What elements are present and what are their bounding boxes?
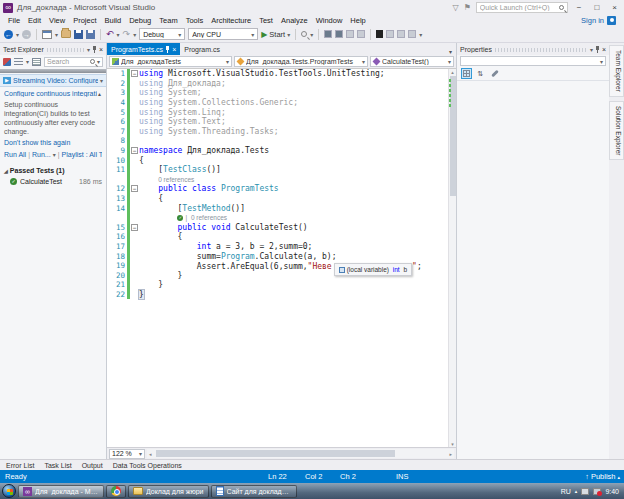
playlist-icon[interactable] [32, 58, 41, 66]
menu-tools[interactable]: Tools [182, 16, 208, 25]
show-hidden-icons-chevron[interactable]: ▴ [575, 488, 578, 494]
menu-window[interactable]: Window [312, 16, 347, 25]
test-explorer-close-icon[interactable]: × [99, 46, 103, 53]
feedback-flag-icon[interactable]: ⚑ [464, 3, 471, 13]
collapse-icon[interactable]: ▲ [97, 91, 102, 97]
code-editor[interactable]: 1−using Microsoft.VisualStudio.TestTools… [107, 69, 448, 447]
navigate-back-dropdown[interactable]: ▾ [16, 31, 19, 38]
next-bookmark-icon[interactable] [397, 30, 405, 38]
tab-programtests-cs[interactable]: ProgramTests.cs× [107, 43, 180, 55]
bottom-tab-output[interactable]: Output [82, 462, 103, 469]
object-selector-dropdown[interactable]: ▾ [460, 56, 606, 66]
run-link-2[interactable]: Playlist : All Te [62, 151, 102, 158]
bottom-tab-error-list[interactable]: Error List [6, 462, 34, 469]
minimize-button[interactable]: − [573, 3, 586, 12]
bottom-tab-task-list[interactable]: Task List [44, 462, 71, 469]
navigate-forward-button[interactable]: → [22, 30, 31, 39]
run-tests-icon[interactable] [324, 30, 332, 38]
open-file-icon[interactable] [61, 30, 71, 38]
type-dropdown[interactable]: Для_доклада.Tests.ProgramTests ▾ [234, 56, 368, 67]
menu-architecture[interactable]: Architecture [207, 16, 255, 25]
taskbar-button-2[interactable]: Доклад для жюри [128, 485, 209, 498]
menu-debug[interactable]: Debug [125, 16, 155, 25]
navigate-back-button[interactable]: ← [4, 30, 13, 39]
publish-button[interactable]: ↑ Publish ▴ [585, 472, 620, 481]
redo-icon[interactable]: ↷ [123, 29, 131, 39]
codelens-references[interactable]: 0 references [139, 176, 448, 183]
menu-view[interactable]: View [45, 16, 69, 25]
run-dropdown[interactable]: ▾ [53, 151, 56, 158]
menu-help[interactable]: Help [346, 16, 369, 25]
menu-file[interactable]: File [4, 16, 24, 25]
toolbar-overflow-dropdown[interactable]: ▾ [419, 31, 422, 38]
streaming-video-banner[interactable]: ▶ Streaming Video: Configure co ▾ [0, 74, 106, 87]
test-row[interactable]: ✓CalculateTest186 ms [4, 178, 102, 185]
tablist-dropdown[interactable]: ▾ [445, 48, 456, 55]
test-search-input[interactable]: Search ▾ [44, 57, 103, 67]
action-center-icon[interactable] [593, 488, 601, 495]
menu-edit[interactable]: Edit [24, 16, 45, 25]
undo-icon[interactable]: ↶ [106, 29, 114, 39]
horizontal-scrollbar[interactable]: ◂ ▸ [147, 449, 454, 458]
project-dropdown[interactable]: Для_докладаTests ▾ [109, 56, 232, 67]
tab-program-cs[interactable]: Program.cs [180, 43, 224, 55]
redo-dropdown[interactable]: ▾ [133, 31, 136, 38]
menu-team[interactable]: Team [155, 16, 181, 25]
find-dropdown[interactable]: ▾ [310, 31, 313, 38]
menu-project[interactable]: Project [69, 16, 100, 25]
tab-close-icon[interactable]: × [172, 46, 176, 53]
debug-tests-icon[interactable] [335, 30, 343, 38]
alphabetical-view-button[interactable]: ⇅ [475, 68, 486, 79]
quick-launch-input[interactable]: Quick Launch (Ctrl+Q) [476, 2, 568, 13]
step-into-icon[interactable] [357, 30, 365, 38]
side-tab-team-explorer[interactable]: Team Explorer [609, 45, 624, 97]
property-pages-button[interactable] [489, 68, 500, 79]
run-link-1[interactable]: Run... [32, 151, 51, 158]
solution-platforms-dropdown[interactable]: Any CPU ▾ [188, 28, 258, 40]
restore-button[interactable]: □ [590, 3, 603, 12]
notifications-funnel-icon[interactable]: ▽ [452, 3, 458, 13]
menu-test[interactable]: Test [255, 16, 277, 25]
save-all-icon[interactable] [86, 30, 95, 39]
fold-collapse-icon[interactable]: − [131, 70, 138, 77]
tray-icon-1[interactable] [581, 488, 589, 495]
new-project-dropdown[interactable]: ▾ [55, 31, 58, 38]
run-link-0[interactable]: Run All [4, 151, 26, 158]
save-icon[interactable] [74, 30, 83, 39]
start-debug-button[interactable]: ▶ Start ▾ [261, 30, 290, 39]
sign-in-button[interactable]: Sign in [581, 16, 604, 25]
close-button[interactable]: × [608, 3, 621, 12]
fold-collapse-icon[interactable]: − [131, 185, 138, 192]
menu-analyze[interactable]: Analyze [277, 16, 312, 25]
fold-collapse-icon[interactable]: − [131, 224, 138, 231]
step-over-icon[interactable] [346, 30, 354, 38]
properties-close-icon[interactable]: × [602, 46, 606, 53]
undo-dropdown[interactable]: ▾ [117, 31, 120, 38]
configure-ci-link[interactable]: Configure continuous integration [4, 90, 97, 97]
categorized-view-button[interactable] [461, 68, 472, 79]
zoom-dropdown[interactable]: 122 % ▾ [109, 449, 145, 459]
group-by-icon[interactable] [14, 58, 23, 66]
clear-bookmarks-icon[interactable] [408, 30, 416, 38]
sign-in-avatar-icon[interactable] [607, 16, 616, 25]
menu-build[interactable]: Build [101, 16, 126, 25]
test-explorer-menu-dropdown[interactable]: ▾ [87, 46, 90, 53]
keyboard-layout[interactable]: RU [561, 488, 571, 495]
pin-icon[interactable] [93, 46, 96, 53]
pin-icon[interactable] [166, 46, 169, 53]
member-dropdown[interactable]: CalculateTest() ▾ [370, 56, 454, 67]
dismiss-link[interactable]: Don't show this again [4, 139, 102, 146]
side-tab-solution-explorer[interactable]: Solution Explorer [609, 101, 624, 161]
bookmark-icon[interactable] [376, 30, 383, 38]
hscrollbar-thumb[interactable] [156, 450, 395, 457]
prev-bookmark-icon[interactable] [386, 30, 394, 38]
taskbar-button-0[interactable]: ∞Для_доклада - Micr... [18, 485, 104, 498]
solution-configurations-dropdown[interactable]: Debug ▾ [139, 28, 185, 40]
passed-tests-group[interactable]: ◢ Passed Tests (1) [4, 167, 102, 174]
bottom-tab-data-tools-operations[interactable]: Data Tools Operations [113, 462, 182, 469]
fold-collapse-icon[interactable]: − [131, 147, 138, 154]
taskbar-button-3[interactable]: Сайт для доклада п... [211, 485, 297, 498]
codelens-references[interactable]: ✓| 0 references [139, 214, 448, 221]
vertical-scrollbar[interactable]: ▴ ▾ [448, 69, 456, 447]
run-tests-after-build-icon[interactable] [3, 58, 11, 66]
